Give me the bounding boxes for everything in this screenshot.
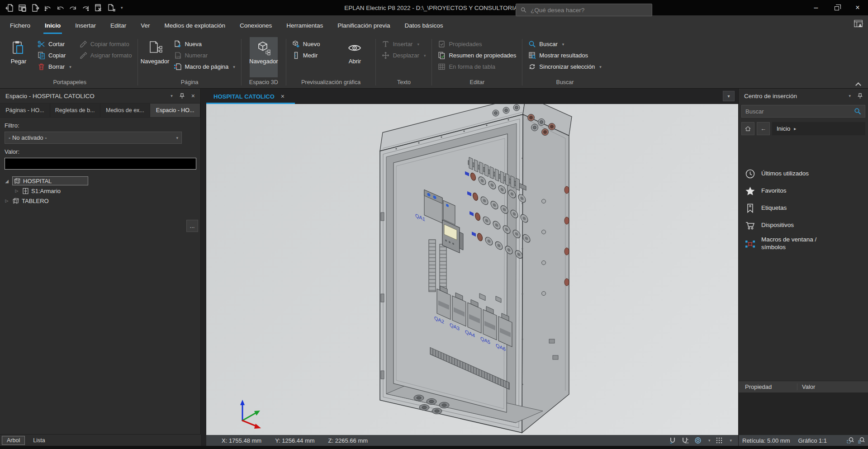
espacio3d-navegador-button[interactable]: Navegador — [250, 37, 278, 77]
minimize-button[interactable]: – — [806, 0, 826, 15]
item-macros[interactable]: Macros de ventana / símbolos — [739, 234, 868, 254]
macro-pagina-button[interactable]: Macro de página ▾ — [171, 61, 238, 72]
value-column-header[interactable]: Valor — [797, 383, 815, 390]
sincronizar-seleccion-button[interactable]: Sincronizar selección ▾ — [525, 61, 604, 72]
page-forward-icon[interactable] — [31, 4, 39, 12]
insertion-search-box[interactable] — [741, 105, 865, 118]
zoom-all-icon[interactable] — [858, 437, 865, 444]
pin-icon[interactable] — [180, 93, 185, 99]
borrar-button[interactable]: Borrar ▾ — [34, 61, 75, 72]
espacio-tree: ◢ HOSPITAL ▷ S1:Armario ▷ TABLERO — [0, 170, 200, 206]
valor-input[interactable] — [5, 158, 196, 170]
tab-ver[interactable]: Ver — [133, 15, 157, 35]
document-tab-close-icon[interactable]: × — [281, 93, 285, 100]
delete-page-icon[interactable] — [94, 4, 103, 12]
zoom-window-icon[interactable] — [847, 437, 854, 444]
breadcrumb[interactable]: Inicio ▸ — [772, 122, 865, 135]
grid-icon[interactable] — [716, 437, 723, 444]
copiar-button[interactable]: Copiar — [34, 50, 75, 61]
chevron-down-icon[interactable]: ▾ — [708, 438, 711, 443]
nuevo-button[interactable]: Nuevo — [289, 38, 323, 50]
lista-tab[interactable]: Lista — [28, 436, 49, 444]
tab-planificacion[interactable]: Planificación previa — [330, 15, 397, 35]
panel-close-icon[interactable]: × — [191, 92, 195, 99]
tree-collapsed-icon[interactable]: ▷ — [14, 189, 20, 193]
tab-espacio[interactable]: Espacio - HO... — [150, 104, 200, 117]
resumen-propiedades-button[interactable]: Resumen de propiedades — [435, 50, 519, 61]
item-ultimos-utilizados[interactable]: Últimos utilizados — [739, 165, 868, 182]
tree-selected-item[interactable]: HOSPITAL — [12, 176, 88, 185]
pegar-button[interactable]: Pegar — [5, 37, 33, 77]
close-page-icon[interactable] — [5, 4, 14, 12]
restore-button[interactable] — [826, 0, 847, 15]
3d-viewport[interactable]: QA1 — [206, 104, 738, 435]
tab-regletas[interactable]: Regletas de b... — [50, 104, 100, 117]
tab-insertar[interactable]: Insertar — [68, 15, 103, 35]
document-tab[interactable]: HOSPITAL CATOLICO × — [206, 89, 292, 104]
tab-medios[interactable]: Medios de ex... — [100, 104, 151, 117]
cortar-button[interactable]: Cortar — [34, 38, 75, 50]
mostrar-resultados-button[interactable]: Mostrar resultados — [525, 50, 604, 61]
tree-item-armario[interactable]: ▷ S1:Armario — [4, 186, 200, 196]
filtro-dropdown[interactable]: - No activado - ▾ — [5, 132, 182, 144]
propiedades-button[interactable]: Propiedades — [435, 38, 519, 50]
item-favoritos[interactable]: Favoritos — [739, 182, 868, 199]
item-dispositivos[interactable]: Dispositivos — [739, 217, 868, 234]
redo-icon[interactable] — [69, 4, 77, 12]
qat-customize-arrow[interactable]: ▾ — [121, 5, 123, 10]
filtro-more-button[interactable]: ... — [186, 220, 198, 232]
tab-datos-basicos[interactable]: Datos básicos — [398, 15, 451, 35]
undo-icon[interactable] — [56, 4, 65, 12]
tab-fichero[interactable]: Fichero — [3, 15, 38, 35]
workspace-button[interactable] — [854, 19, 863, 29]
tree-item-tablero[interactable]: ▷ TABLERO — [4, 196, 200, 206]
close-button[interactable]: × — [847, 0, 868, 15]
arbol-tab[interactable]: Arbol — [2, 436, 25, 445]
tree-expanded-icon[interactable]: ◢ — [4, 179, 10, 184]
tab-editar[interactable]: Editar — [103, 15, 133, 35]
visibility-icon[interactable] — [694, 437, 702, 444]
numerar-button[interactable]: 123 Numerar — [171, 50, 238, 61]
tree-item-hospital[interactable]: ◢ HOSPITAL — [4, 176, 200, 186]
item-label: Últimos utilizados — [761, 170, 809, 178]
home-button[interactable] — [741, 122, 754, 135]
nueva-button[interactable]: Nueva — [171, 38, 238, 50]
open-layout-icon[interactable] — [18, 4, 27, 12]
tab-paginas[interactable]: Páginas - HO... — [0, 104, 50, 117]
undo-multiple-icon[interactable] — [43, 4, 52, 12]
panel-menu-arrow-icon[interactable]: ▾ — [171, 94, 173, 98]
item-etiquetas[interactable]: Etiquetas — [739, 199, 868, 217]
tab-herramientas[interactable]: Herramientas — [279, 15, 330, 35]
insertion-search-input[interactable] — [745, 108, 854, 115]
desplazar-button[interactable]: Desplazar ▾ — [379, 50, 429, 61]
chevron-down-icon[interactable]: ▾ — [730, 438, 732, 443]
help-search-box[interactable] — [516, 4, 652, 16]
back-button[interactable]: ← — [757, 122, 770, 135]
coord-x: X: 1755.48 mm — [222, 437, 261, 444]
tree-collapsed-icon[interactable]: ▷ — [4, 199, 10, 203]
medir-button[interactable]: Medir — [289, 50, 323, 61]
pagina-navegador-label: Navegador — [141, 58, 170, 65]
panel-menu-arrow-icon[interactable]: ▾ — [849, 94, 851, 98]
copiar-formato-button[interactable]: Copiar formato — [76, 38, 135, 50]
buscar-button[interactable]: Buscar ▾ — [525, 38, 604, 50]
property-table-body[interactable] — [739, 392, 868, 435]
redo-multiple-icon[interactable] — [81, 4, 90, 12]
en-forma-de-tabla-button[interactable]: En forma de tabla — [435, 61, 519, 72]
pin-icon[interactable] — [858, 93, 863, 99]
pagina-navegador-button[interactable]: Navegador — [141, 37, 169, 77]
tab-inicio[interactable]: Inicio — [38, 15, 68, 35]
page-macro-icon[interactable] — [107, 4, 115, 12]
insertar-texto-button[interactable]: Insertar ▾ — [379, 38, 429, 50]
help-search-input[interactable] — [531, 7, 647, 14]
object-snap-icon[interactable] — [682, 437, 689, 444]
tab-conexiones[interactable]: Conexiones — [232, 15, 279, 35]
property-column-header[interactable]: Propiedad — [739, 383, 797, 390]
tab-medios[interactable]: Medios de explotación — [157, 15, 232, 35]
asignar-formato-button[interactable]: Asignar formato — [76, 50, 135, 61]
item-label: Etiquetas — [761, 204, 787, 212]
abrir-button[interactable]: Abrir — [337, 37, 373, 77]
tab-list-button[interactable]: ▾ — [723, 91, 735, 101]
snap-icon[interactable] — [669, 437, 676, 444]
property-table-header: Propiedad Valor — [739, 381, 868, 392]
